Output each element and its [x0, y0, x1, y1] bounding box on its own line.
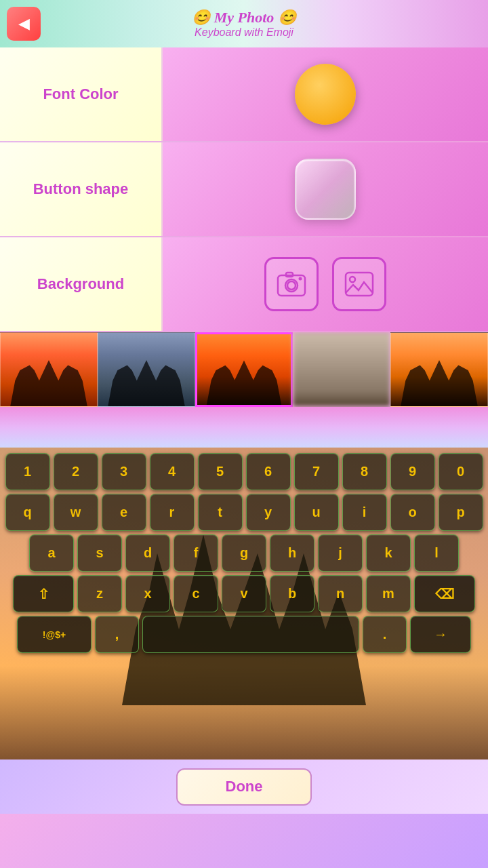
- keyboard-asdf-row: a s d f g h j k l: [4, 534, 484, 572]
- key-c[interactable]: c: [174, 575, 218, 612]
- image-icon-button[interactable]: [332, 257, 386, 311]
- background-label: Background: [30, 269, 131, 300]
- key-3[interactable]: 3: [102, 453, 146, 490]
- svg-point-2: [287, 281, 296, 290]
- key-s[interactable]: s: [77, 534, 122, 572]
- button-shape-label-cell: Button shape: [0, 142, 163, 236]
- svg-point-6: [350, 277, 355, 282]
- key-l[interactable]: l: [414, 534, 459, 572]
- back-button[interactable]: [7, 7, 41, 41]
- key-w[interactable]: w: [54, 494, 98, 531]
- key-4[interactable]: 4: [150, 453, 195, 490]
- key-9[interactable]: 9: [390, 453, 435, 490]
- enter-key[interactable]: →: [410, 616, 471, 653]
- photo-item-2[interactable]: [98, 332, 195, 407]
- photo-item-3[interactable]: [195, 332, 293, 407]
- keyboard-zxcv-row: ⇧ z x c v b n m ⌫: [4, 575, 484, 612]
- key-j[interactable]: j: [318, 534, 363, 572]
- photo-item-5[interactable]: [390, 332, 488, 407]
- button-shape-value[interactable]: [163, 142, 488, 236]
- key-5[interactable]: 5: [198, 453, 243, 490]
- camera-icon-button[interactable]: [264, 257, 319, 311]
- key-period[interactable]: .: [363, 616, 407, 653]
- image-icon: [342, 267, 376, 301]
- keyboard[interactable]: 1 2 3 4 5 6 7 8 9 0 q w e r t y u i o p …: [0, 448, 488, 662]
- key-a[interactable]: a: [29, 534, 74, 572]
- key-7[interactable]: 7: [294, 453, 339, 490]
- key-n[interactable]: n: [318, 575, 363, 612]
- key-comma[interactable]: ,: [95, 616, 139, 653]
- key-t[interactable]: t: [198, 494, 243, 531]
- keyboard-number-row: 1 2 3 4 5 6 7 8 9 0: [4, 453, 484, 490]
- key-v[interactable]: v: [222, 575, 266, 612]
- app-title-main: 😊 My Photo 😊: [192, 9, 296, 26]
- key-k[interactable]: k: [366, 534, 411, 572]
- font-color-circle[interactable]: [295, 64, 356, 125]
- keyboard-bottom-row: !@$+ , . →: [4, 616, 484, 653]
- button-shape-preview[interactable]: [295, 159, 356, 220]
- key-p[interactable]: p: [439, 494, 483, 531]
- app-title-sub: Keyboard with Emoji: [192, 26, 296, 39]
- app-header: 😊 My Photo 😊 Keyboard with Emoji: [0, 0, 488, 47]
- camera-icon: [274, 267, 308, 301]
- keyboard-qwerty-row: q w e r t y u i o p: [4, 494, 484, 531]
- font-color-label: Font Color: [36, 79, 125, 110]
- gradient-gap: [0, 407, 488, 448]
- done-section: Done: [0, 760, 488, 814]
- key-y[interactable]: y: [246, 494, 291, 531]
- symbols-key[interactable]: !@$+: [17, 616, 92, 653]
- key-r[interactable]: r: [150, 494, 195, 531]
- shift-key[interactable]: ⇧: [13, 575, 74, 612]
- header-title: 😊 My Photo 😊 Keyboard with Emoji: [192, 9, 296, 39]
- key-o[interactable]: o: [390, 494, 435, 531]
- button-shape-label: Button shape: [26, 174, 136, 205]
- font-color-row[interactable]: Font Color: [0, 47, 488, 142]
- key-m[interactable]: m: [366, 575, 411, 612]
- key-2[interactable]: 2: [54, 453, 98, 490]
- key-6[interactable]: 6: [246, 453, 291, 490]
- button-shape-row[interactable]: Button shape: [0, 142, 488, 237]
- key-0[interactable]: 0: [439, 453, 483, 490]
- key-d[interactable]: d: [125, 534, 170, 572]
- space-key[interactable]: [142, 616, 359, 653]
- key-z[interactable]: z: [77, 575, 122, 612]
- svg-point-4: [299, 277, 302, 281]
- svg-rect-5: [346, 273, 373, 296]
- key-b[interactable]: b: [270, 575, 314, 612]
- key-1[interactable]: 1: [5, 453, 50, 490]
- photo-item-4[interactable]: [293, 332, 390, 407]
- key-h[interactable]: h: [270, 534, 314, 572]
- photo-item-1[interactable]: [0, 332, 98, 407]
- font-color-label-cell: Font Color: [0, 47, 163, 141]
- key-8[interactable]: 8: [342, 453, 387, 490]
- key-e[interactable]: e: [102, 494, 146, 531]
- key-q[interactable]: q: [5, 494, 50, 531]
- keyboard-container: 1 2 3 4 5 6 7 8 9 0 q w e r t y u i o p …: [0, 448, 488, 760]
- font-color-value[interactable]: [163, 47, 488, 141]
- photo-strip[interactable]: [0, 332, 488, 407]
- key-u[interactable]: u: [294, 494, 339, 531]
- key-g[interactable]: g: [222, 534, 266, 572]
- key-i[interactable]: i: [342, 494, 387, 531]
- key-x[interactable]: x: [125, 575, 170, 612]
- background-label-cell: Background: [0, 237, 163, 331]
- done-button[interactable]: Done: [176, 768, 312, 806]
- background-row[interactable]: Background: [0, 237, 488, 332]
- key-f[interactable]: f: [174, 534, 218, 572]
- backspace-key[interactable]: ⌫: [414, 575, 475, 612]
- background-value[interactable]: [163, 237, 488, 331]
